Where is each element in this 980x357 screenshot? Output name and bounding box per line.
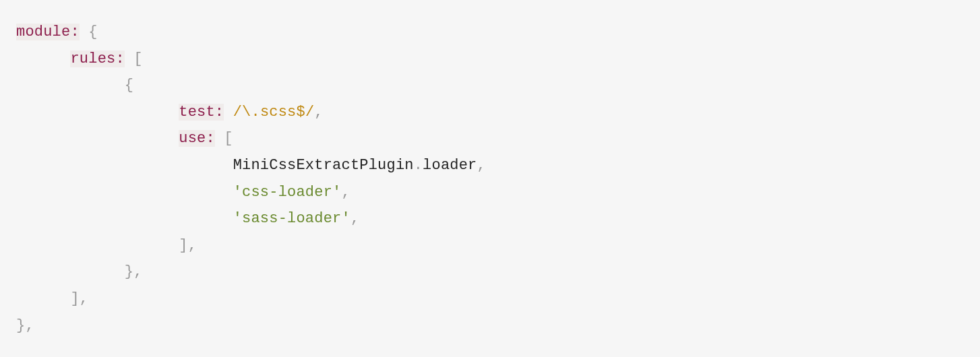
code-token-key: rules: — [70, 51, 124, 67]
code-token-punct: }, — [16, 317, 34, 334]
code-token-text — [125, 51, 133, 67]
code-token-string: 'css-loader' — [233, 184, 342, 201]
code-token-punct: , — [314, 104, 323, 121]
code-token-key: test: — [179, 104, 224, 121]
code-token-punct: . — [414, 157, 423, 174]
code-token-punct: { — [125, 77, 133, 94]
code-line: 'css-loader', — [16, 179, 964, 206]
code-token-punct: ], — [70, 290, 88, 307]
code-token-punct: , — [350, 210, 359, 227]
code-token-punct: , — [341, 184, 350, 201]
code-line: module: { — [16, 19, 964, 46]
code-token-text: MiniCssExtractPlugin — [233, 157, 414, 174]
code-line: 'sass-loader', — [16, 205, 964, 232]
code-block: module: { rules: [ { test: /\.scss$/, us… — [0, 0, 980, 357]
code-token-punct: [ — [133, 51, 142, 67]
code-line: MiniCssExtractPlugin.loader, — [16, 152, 964, 179]
code-line: ], — [16, 286, 964, 313]
code-line: rules: [ — [16, 46, 964, 73]
code-line: use: [ — [16, 125, 964, 152]
code-line: { — [16, 72, 964, 99]
code-token-punct: }, — [125, 263, 143, 280]
code-token-punct: { — [88, 24, 97, 40]
code-token-text — [224, 104, 233, 121]
code-line: }, — [16, 259, 964, 286]
code-token-punct: , — [477, 157, 486, 174]
code-token-punct: ], — [179, 237, 197, 254]
code-token-text: loader — [423, 157, 477, 174]
code-token-text — [215, 130, 224, 147]
code-token-key: use: — [179, 130, 215, 147]
code-token-punct: [ — [224, 130, 233, 147]
code-token-key: module: — [16, 24, 80, 40]
code-token-text — [80, 24, 88, 40]
code-line: ], — [16, 232, 964, 259]
code-line: }, — [16, 313, 964, 339]
code-token-regex: /\.scss$/ — [233, 104, 315, 121]
code-line: test: /\.scss$/, — [16, 99, 964, 126]
code-token-string: 'sass-loader' — [233, 210, 350, 227]
